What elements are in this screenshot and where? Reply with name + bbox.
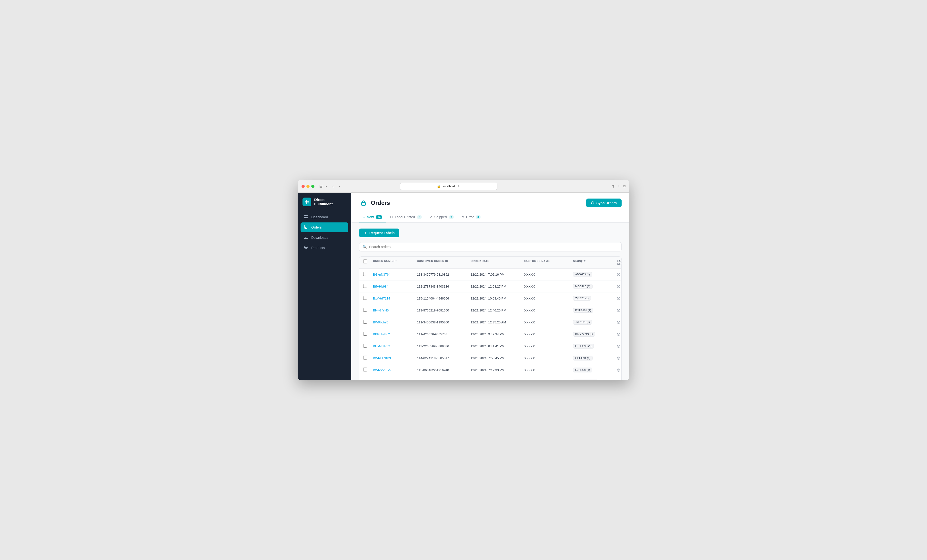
row-checkbox[interactable] (363, 284, 367, 288)
customer-name: XXXXX (524, 273, 573, 276)
clock-icon (617, 333, 620, 336)
clock-icon (617, 309, 620, 312)
svg-point-9 (304, 246, 307, 249)
customer-name: XXXXX (524, 297, 573, 300)
sidebar-label-orders: Orders (311, 225, 322, 229)
sku-badge: UJLLA-S (1) (573, 367, 592, 372)
label-status: Pending (617, 344, 622, 348)
url-text: localhost (442, 184, 455, 188)
sku-badge: LKLIU09S (1) (573, 344, 594, 349)
page-title: Orders (371, 199, 390, 206)
maximize-button[interactable] (311, 185, 315, 188)
row-checkbox[interactable] (363, 308, 367, 312)
col-sku-qty: SKU/QTY (573, 260, 617, 266)
order-number[interactable]: BGknN3T64 (373, 273, 417, 276)
order-number[interactable]: BxVHdT114 (373, 297, 417, 300)
search-icon: 🔍 (363, 245, 367, 249)
customer-name: XXXXX (524, 356, 573, 360)
url-bar[interactable]: 🔒 localhost ↻ (400, 183, 497, 190)
table-row: BWGrtT8g3 115-0720775-8626560 12/20/2024… (359, 376, 622, 380)
sidebar-label-downloads: Downloads (311, 235, 328, 240)
page-title-row: Orders (359, 199, 390, 207)
row-checkbox[interactable] (363, 344, 367, 348)
col-customer-order-id: CUSTOMER ORDER ID (417, 260, 471, 266)
customer-name: XXXXX (524, 368, 573, 372)
forward-button[interactable]: › (337, 184, 341, 189)
row-checkbox[interactable] (363, 296, 367, 300)
order-number[interactable]: BHw7fYkf5 (373, 308, 417, 312)
customer-order-id: 115-1154004-4946656 (417, 297, 471, 300)
sku-qty-cell: JKL0191 (1) (573, 320, 617, 325)
tabs-container: + New 14 ☐ Label Printed 6 ✓ Shipped 9 (359, 212, 622, 222)
tab-label-printed[interactable]: ☐ Label Printed 6 (386, 212, 426, 222)
svg-rect-11 (362, 202, 365, 205)
sync-orders-button[interactable]: Sync Orders (586, 199, 622, 207)
reload-icon[interactable]: ↻ (458, 185, 460, 188)
tab-new[interactable]: + New 14 (359, 212, 386, 222)
add-tab-icon[interactable]: + (618, 184, 620, 188)
app-window: ⊞ ▾ ‹ › 🔒 localhost ↻ ⬆ + ⧉ (298, 180, 629, 380)
titlebar-actions: ⬆ + ⧉ (612, 184, 626, 188)
row-checkbox[interactable] (363, 272, 367, 276)
table-body: BGknN3T64 113-3470779-2310892 12/22/2024… (359, 269, 622, 380)
customer-name: XXXXX (524, 344, 573, 348)
order-number[interactable]: BBRbb4bc2 (373, 332, 417, 336)
table-header: ORDER NUMBER CUSTOMER ORDER ID ORDER DAT… (359, 256, 622, 269)
back-button[interactable]: ‹ (331, 184, 335, 189)
svg-rect-2 (305, 202, 307, 204)
select-all-checkbox[interactable] (363, 260, 367, 263)
clock-icon (617, 369, 620, 372)
products-icon (304, 245, 308, 250)
order-number[interactable]: BHvMgtRn2 (373, 344, 417, 348)
search-input[interactable] (359, 242, 622, 252)
sku-qty-cell: ZKL201 (1) (573, 296, 617, 301)
sku-badge: KIYY72719 (1) (573, 332, 595, 337)
order-date: 12/20/2024, 7:55:45 PM (471, 356, 524, 360)
action-row: Request Labels (359, 229, 622, 237)
order-date: 12/20/2024, 9:42:34 PM (471, 332, 524, 336)
row-checkbox[interactable] (363, 356, 367, 360)
row-checkbox[interactable] (363, 320, 367, 324)
svg-rect-6 (304, 217, 305, 218)
dashboard-icon (304, 215, 308, 220)
sync-icon (591, 201, 594, 205)
table-row: BGknN3T64 113-3470779-2310892 12/22/2024… (359, 269, 622, 281)
order-number[interactable]: BtfVHb984 (373, 285, 417, 288)
customer-name: XXXXX (524, 285, 573, 288)
clock-icon (617, 273, 620, 276)
share-icon[interactable]: ⬆ (612, 184, 615, 188)
request-labels-button[interactable]: Request Labels (359, 229, 399, 237)
minimize-button[interactable] (306, 185, 310, 188)
row-checkbox[interactable] (363, 332, 367, 335)
order-number[interactable]: BW9bcful6 (373, 320, 417, 324)
tab-error[interactable]: ⊙ Error 0 (457, 212, 485, 222)
sku-qty-cell: LKLIU09S (1) (573, 344, 617, 349)
close-button[interactable] (301, 185, 305, 188)
tab-new-badge: 14 (376, 215, 382, 219)
table-row: BtfVHb984 112-2737343-3403136 12/22/2024… (359, 281, 622, 293)
content-area: Request Labels 🔍 ORDER NUMBER (351, 223, 629, 380)
order-number[interactable]: BWNy5hEx5 (373, 368, 417, 372)
row-checkbox-cell (363, 367, 373, 372)
customer-name: XXXXX (524, 320, 573, 324)
sidebar-item-products[interactable]: Products (301, 243, 348, 253)
svg-rect-1 (307, 200, 309, 202)
sidebar-item-dashboard[interactable]: Dashboard (301, 212, 348, 222)
order-date: 12/21/2024, 10:03:45 PM (471, 297, 524, 300)
clock-icon (617, 297, 620, 300)
sku-badge: MODEL3 (1) (573, 284, 593, 289)
sidebar-item-orders[interactable]: Orders (301, 222, 348, 232)
svg-rect-7 (306, 217, 308, 218)
tab-shipped-icon: ✓ (430, 216, 432, 219)
tabs-icon[interactable]: ⧉ (623, 184, 626, 188)
row-checkbox-cell (363, 296, 373, 301)
sku-qty-cell: OPIU891 (1) (573, 356, 617, 361)
row-checkbox[interactable] (363, 367, 367, 372)
sidebar: Direct Fulfillment Dashboard (298, 193, 351, 380)
tab-shipped[interactable]: ✓ Shipped 9 (426, 212, 457, 222)
customer-order-id: 111-426676-9365738 (417, 332, 471, 336)
order-number[interactable]: BWhELNfK3 (373, 356, 417, 360)
downloads-icon (304, 235, 308, 240)
label-status: Pending (617, 332, 622, 336)
sidebar-item-downloads[interactable]: Downloads (301, 233, 348, 243)
